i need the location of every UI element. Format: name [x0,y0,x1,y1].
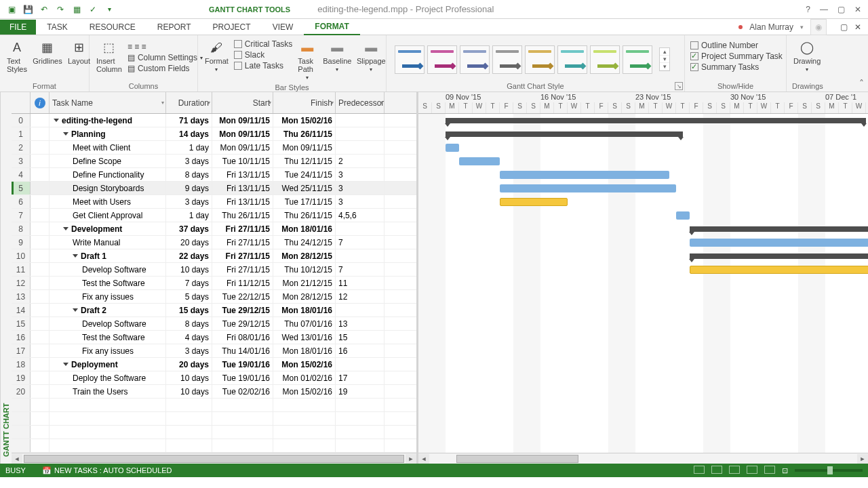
table-row[interactable]: 4Define Functionality8 daysFri 13/11/15T… [12,168,416,182]
row-number[interactable]: 15 [12,317,31,330]
row-number[interactable]: 6 [12,195,31,208]
cell-finish[interactable]: Mon 15/02/16 [273,358,336,371]
row-info[interactable] [31,249,50,262]
tab-project[interactable]: PROJECT [202,20,262,35]
cell-predecessors[interactable]: 3 [336,182,384,195]
chart-body[interactable] [418,114,868,453]
layout-button[interactable]: ⊞Layout [66,38,92,66]
row-number[interactable]: 11 [12,263,31,276]
row-info[interactable] [31,155,50,167]
style-swatch-4[interactable] [492,45,522,74]
style-swatch-1[interactable] [395,45,425,74]
cell-finish[interactable]: Thu 12/11/15 [273,155,336,167]
cell-task-name[interactable]: Deployment [50,358,166,371]
custom-fields-button[interactable]: ▤Custom Fields [127,64,203,73]
row-info[interactable] [31,195,50,208]
cell-duration[interactable]: 3 days [166,155,212,167]
baseline-button[interactable]: ▬Baseline▾ [322,38,352,74]
cell-task-name[interactable]: Meet with Users [50,195,166,208]
cell-finish[interactable]: Thu 26/11/15 [273,209,336,222]
cell-start[interactable]: Fri 08/01/16 [212,331,273,344]
cell-predecessors[interactable]: 16 [336,344,384,357]
chart-hscroll[interactable]: ◄ ► [418,453,868,464]
user-name[interactable]: Alan Murray [749,22,793,32]
cell-predecessors[interactable]: 7 [336,263,384,276]
zoom-slider[interactable] [795,469,863,472]
header-finish[interactable]: Finish▾ [273,92,336,113]
cell-duration[interactable]: 14 days [166,127,212,140]
header-predecessors[interactable]: Predecessor▾ [336,92,384,113]
cell-duration[interactable]: 4 days [166,331,212,344]
insert-column-button[interactable]: ⬚Insert Column [95,38,123,75]
table-row[interactable]: 17Fix any issues3 daysThu 14/01/16Mon 18… [12,344,416,358]
cell-duration[interactable]: 20 days [166,358,212,371]
cell-duration[interactable]: 37 days [166,222,212,235]
cell-start[interactable]: Mon 09/11/15 [212,114,273,127]
row-info[interactable] [31,344,50,357]
qat-check-icon[interactable]: ✓ [87,3,99,16]
cell-task-name[interactable]: Draft 1 [50,249,166,262]
row-number[interactable]: 19 [12,371,31,384]
cell-finish[interactable]: Mon 09/11/15 [273,141,336,154]
row-number[interactable]: 0 [12,114,31,127]
cell-finish[interactable]: Mon 28/12/15 [273,249,336,262]
table-row[interactable]: 5Design Storyboards9 daysFri 13/11/15Wed… [12,182,416,195]
cell-start[interactable]: Tue 29/12/15 [212,304,273,317]
cell-start[interactable]: Mon 09/11/15 [212,141,273,154]
gallery-up-icon[interactable]: ▴ [660,48,669,56]
cell-finish[interactable]: Mon 01/02/16 [273,371,336,384]
timescale[interactable]: 09 Nov '1516 Nov '1523 Nov '1530 Nov '15… [418,92,868,114]
cell-predecessors[interactable] [336,304,384,317]
cell-duration[interactable]: 8 days [166,168,212,181]
style-swatch-8[interactable] [623,45,652,74]
cell-start[interactable]: Thu 26/11/15 [212,209,273,222]
scroll-right-icon[interactable]: ► [857,454,868,464]
chevron-down-icon[interactable]: ▾ [269,100,271,106]
cell-task-name[interactable]: Define Scope [50,155,166,167]
cell-start[interactable]: Fri 11/12/15 [212,277,273,289]
cell-duration[interactable]: 1 day [166,141,212,154]
cell-task-name[interactable]: Deploy the Software [50,371,166,384]
tab-file[interactable]: FILE [0,20,36,35]
style-swatch-5[interactable] [525,45,555,74]
chevron-down-icon[interactable]: ▾ [331,100,334,106]
cell-start[interactable]: Fri 13/11/15 [212,195,273,208]
dialog-launcher-icon[interactable]: ↘ [675,82,683,90]
cell-finish[interactable]: Mon 21/12/15 [273,277,336,289]
task-bar[interactable] [446,144,459,152]
gallery-more-icon[interactable]: ▾ [660,63,669,70]
header-rownum[interactable] [12,92,31,113]
text-styles-button[interactable]: AText Styles [5,38,28,75]
cell-task-name[interactable]: Meet with Client [50,141,166,154]
view-name-vertical[interactable]: GANTT CHART [0,92,12,464]
cell-start[interactable]: Tue 19/01/16 [212,371,273,384]
row-info[interactable] [31,371,50,384]
table-row[interactable]: 16Test the Software4 daysFri 08/01/16Wed… [12,331,416,344]
chevron-down-icon[interactable]: ▾ [380,100,382,106]
table-row[interactable]: 9Write Manual20 daysFri 27/11/15Thu 24/1… [12,236,416,249]
table-row[interactable]: 2Meet with Client1 dayMon 09/11/15Mon 09… [12,141,416,155]
style-swatch-3[interactable] [460,45,490,74]
header-start[interactable]: Start▾ [212,92,273,113]
cell-finish[interactable]: Thu 10/12/15 [273,263,336,276]
window-close-icon[interactable]: ✕ [854,22,861,32]
cell-predecessors[interactable]: 3 [336,195,384,208]
table-row[interactable]: 14Draft 215 daysTue 29/12/15Mon 18/01/16 [12,304,416,317]
row-info[interactable] [31,277,50,289]
row-info[interactable] [31,331,50,344]
header-duration[interactable]: Duration▾ [166,92,212,113]
view-report-icon[interactable] [764,466,775,475]
style-swatch-6[interactable] [557,45,587,74]
drawing-button[interactable]: ◯Drawing▾ [792,38,822,74]
cell-task-name[interactable]: Test the Software [50,277,166,289]
task-bar[interactable] [690,239,868,247]
row-info[interactable] [31,263,50,276]
row-number[interactable]: 17 [12,344,31,357]
cell-task-name[interactable]: Development [50,222,166,235]
summary-bar[interactable] [446,131,683,137]
table-row[interactable]: 3Define Scope3 daysTue 10/11/15Thu 12/11… [12,155,416,168]
user-menu-chevron-icon[interactable]: ▾ [800,24,804,30]
table-row[interactable]: 8Development37 daysFri 27/11/15Mon 18/01… [12,222,416,236]
tab-task[interactable]: TASK [36,20,78,35]
cell-predecessors[interactable]: 19 [336,385,384,398]
